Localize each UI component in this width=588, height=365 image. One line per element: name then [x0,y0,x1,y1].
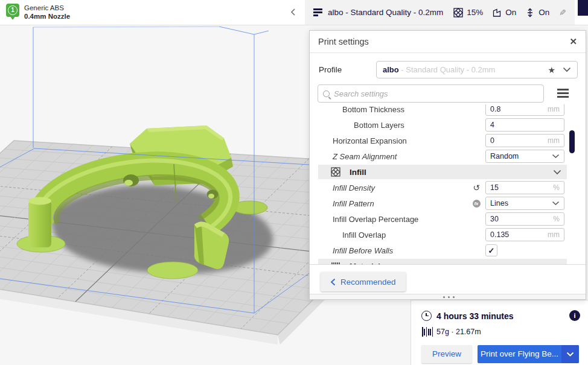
material-icon [331,261,340,265]
support-icon [492,8,502,17]
reset-icon[interactable]: ↺ [470,183,482,192]
material-usage: 57g · 21.67m [436,328,481,336]
checkbox-checked[interactable]: ✓ [485,244,497,256]
menu-hamburger-icon[interactable] [557,89,569,98]
extruder-number: 1 [8,5,18,15]
toolbar-infill-value: 15% [467,8,483,17]
toolbar-adhesion-value: On [538,8,549,17]
section-header-infill[interactable]: Infill [318,165,567,179]
setting-input[interactable]: 30 % [485,212,564,226]
recommended-button[interactable]: Recommended [321,272,406,291]
setting-dropdown[interactable]: Random [485,150,564,163]
setting-label: Z Seam Alignment [333,152,397,161]
corner-block [578,0,588,16]
nozzle-size: 0.4mm Nozzle [24,13,70,20]
setting-row-bottom-thickness: Bottom Thickness 0.8 mm [310,104,586,117]
info-icon[interactable]: i [569,310,580,321]
clock-icon [421,311,432,321]
print-dropdown-toggle[interactable] [561,345,579,363]
section-label: Infill [350,168,366,177]
settings-list[interactable]: Bottom Thickness 0.8 mm Bottom Layers 4 … [310,104,586,265]
resize-dots-icon [448,296,450,298]
profile-layers-icon [313,8,322,16]
section-header-material[interactable]: Material [318,259,567,265]
panel-header: Print settings ✕ [310,31,586,53]
search-box[interactable] [318,84,544,103]
cura-window: 1 Generic ABS 0.4mm Nozzle albo - Standa… [0,0,588,365]
toolbar-profile-summary: albo - Standard Quality - 0.2mm [328,8,443,17]
setting-label: Infill Overlap Percentage [333,215,418,224]
adhesion-icon [525,8,535,17]
setting-row-infill-overlap: Infill Overlap 0.135 mm [310,227,586,243]
close-icon[interactable]: ✕ [569,36,577,47]
setting-dropdown[interactable]: Lines [485,197,564,210]
fx-icon[interactable]: fx [470,200,482,208]
recommended-label: Recommended [340,278,396,287]
setting-label: Bottom Thickness [342,105,404,114]
setting-label: Infill Density [333,183,375,192]
infill-icon [453,8,463,17]
setting-row-infill-before-walls: Infill Before Walls ✓ [310,243,586,258]
chevron-left-icon [330,278,336,286]
chevron-down-icon [552,201,560,206]
profile-label: Profile [319,65,342,74]
model-foot-front [147,262,198,279]
setting-row-bottom-layers: Bottom Layers 4 [310,117,586,133]
setting-label: Infill Pattern [333,199,374,208]
setting-label: Infill Before Walls [333,246,393,255]
setting-input[interactable]: 15 % [485,181,564,194]
panel-resize-handle[interactable] [310,294,586,299]
infill-icon [331,167,340,177]
profile-dropdown[interactable]: albo - Standard Quality - 0.2mm ★ [376,61,578,78]
setting-row-infill-pattern: Infill Pattern fx Lines [310,195,586,211]
setting-row-horizontal-expansion: Horizontal Expansion 0 mm [310,133,586,148]
setting-input[interactable]: 4 [485,118,564,132]
setting-input[interactable]: 0.8 mm [485,104,564,116]
print-setup-toolbar[interactable]: albo - Standard Quality - 0.2mm 15% On O… [305,0,575,25]
toolbar-support-value: On [505,8,516,17]
panel-title: Print settings [318,37,369,46]
setting-label: Bottom Layers [354,121,404,130]
profile-name: albo [383,65,399,74]
star-icon[interactable]: ★ [548,65,555,75]
chevron-down-icon [553,170,561,175]
print-button-label: Print over Flying Be... [478,345,561,363]
extruder-badge-icon[interactable]: 1 [6,4,19,17]
setting-row-infill-density: Infill Density ↺ 15 % [310,180,586,195]
chevron-down-icon [566,352,574,357]
setting-label: Horizontal Expansion [333,136,407,145]
scrollbar-thumb[interactable] [569,130,575,153]
setting-row-z-seam-alignment: Z Seam Alignment Random [310,148,586,164]
section-label: Material [350,262,380,265]
setting-label: Infill Overlap [342,230,386,240]
search-input[interactable] [334,89,538,98]
chevron-down-icon [563,67,571,72]
preview-button[interactable]: Preview [421,345,472,363]
profile-rest: - Standard Quality - 0.2mm [399,65,496,74]
setting-row-infill-overlap-percentage: Infill Overlap Percentage 30 % [310,211,586,227]
output-panel: 4 hours 33 minutes i 57g · 21.67m Previe… [411,300,588,365]
model-post-left [28,200,51,247]
print-button[interactable]: Print over Flying Be... [478,345,579,363]
material-name: Generic ABS [24,4,64,11]
collapse-chevron-left-icon[interactable] [289,7,298,17]
print-time: 4 hours 33 minutes [436,311,514,321]
search-icon [323,90,330,97]
setting-input[interactable]: 0.135 mm [485,228,564,241]
material-usage-icon [422,327,434,337]
edit-pencil-icon[interactable]: ✎ [559,8,566,17]
chevron-down-icon [552,154,560,159]
setting-input[interactable]: 0 mm [485,134,564,147]
print-settings-panel: Print settings ✕ Profile albo - Standard… [309,30,586,300]
